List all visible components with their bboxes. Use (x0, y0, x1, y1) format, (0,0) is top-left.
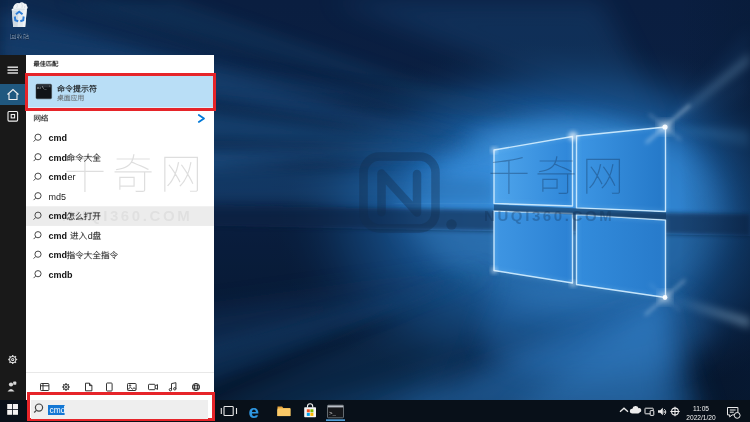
svg-text:md5: md5 (48, 192, 66, 202)
svg-text:cmd: cmd (48, 172, 67, 182)
svg-text:11:05: 11:05 (693, 405, 709, 412)
svg-text:NUQI360.COM: NUQI360.COM (484, 207, 614, 224)
svg-text:er: er (67, 172, 75, 182)
svg-text:cmd: cmd (48, 133, 67, 143)
svg-text:NUQI360.COM: NUQI360.COM (62, 207, 192, 224)
svg-text:2022/1/20: 2022/1/20 (686, 414, 716, 421)
svg-text:d: d (87, 231, 92, 241)
svg-text:cmdb: cmdb (48, 270, 73, 280)
svg-text:cmd: cmd (48, 231, 67, 241)
svg-text:cmd: cmd (50, 404, 66, 414)
svg-text:cmd: cmd (48, 250, 67, 260)
svg-text:>_: >_ (329, 410, 337, 417)
svg-text:cmd: cmd (48, 153, 67, 163)
svg-text:e: e (249, 401, 260, 422)
